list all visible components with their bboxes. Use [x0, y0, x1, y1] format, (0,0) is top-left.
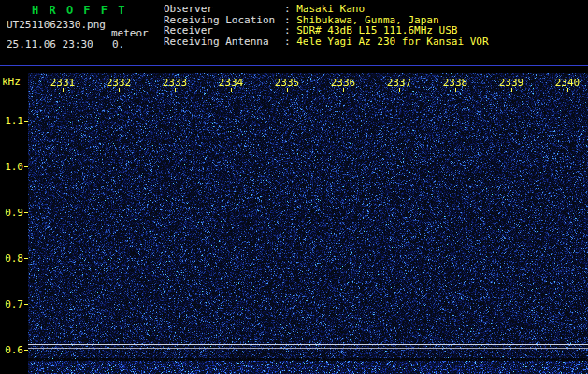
info-label: Receiver	[164, 25, 284, 36]
filename-label: UT2511062330.png	[7, 19, 106, 31]
y-tick-mark	[24, 304, 28, 305]
hrofft-screen: H R O F F T UT2511062330.png meteor 25.1…	[0, 0, 588, 374]
x-tick-mark	[343, 88, 344, 92]
y-tick-label: 0.6	[3, 344, 23, 356]
y-tick-label: 0.9	[3, 207, 23, 219]
y-tick-mark	[24, 350, 28, 351]
info-value: 4ele Yagi Az 230 for Kansai VOR	[296, 36, 488, 48]
y-tick-label: 1.1	[3, 115, 23, 127]
info-label: Receiving Antenna	[164, 36, 284, 48]
y-tick-mark	[24, 166, 28, 167]
spectrogram-canvas	[28, 73, 588, 374]
y-tick-mark	[24, 258, 28, 259]
header-separator	[0, 65, 588, 66]
x-tick-mark	[567, 88, 568, 92]
info-colon: :	[284, 36, 296, 48]
x-tick-mark	[231, 88, 232, 92]
y-tick-mark	[24, 121, 28, 122]
y-tick-mark	[24, 212, 28, 213]
y-tick-label: 0.7	[3, 298, 23, 310]
x-tick-mark	[287, 88, 288, 92]
y-axis-unit: kHz	[2, 76, 21, 88]
x-tick-mark	[63, 88, 64, 92]
app-title: H R O F F T	[32, 4, 126, 17]
x-tick-mark	[455, 88, 456, 92]
y-tick-label: 1.0	[3, 161, 23, 173]
y-tick-label: 0.8	[3, 252, 23, 265]
x-tick-mark	[119, 88, 120, 92]
x-tick-mark	[399, 88, 400, 92]
spectrogram-plot: kHz 233123322333233423352336233723382339…	[0, 73, 588, 374]
x-tick-mark	[175, 88, 176, 92]
station-info: Observer: Masaki KanoReceiving Location:…	[164, 4, 489, 47]
x-tick-mark	[511, 88, 512, 92]
station-info-row: Receiving Antenna: 4ele Yagi Az 230 for …	[164, 36, 489, 48]
timestamp-label: 25.11.06 23:30	[7, 38, 93, 50]
info-label: Observer	[164, 4, 284, 15]
marker-label: 0.	[112, 38, 124, 50]
